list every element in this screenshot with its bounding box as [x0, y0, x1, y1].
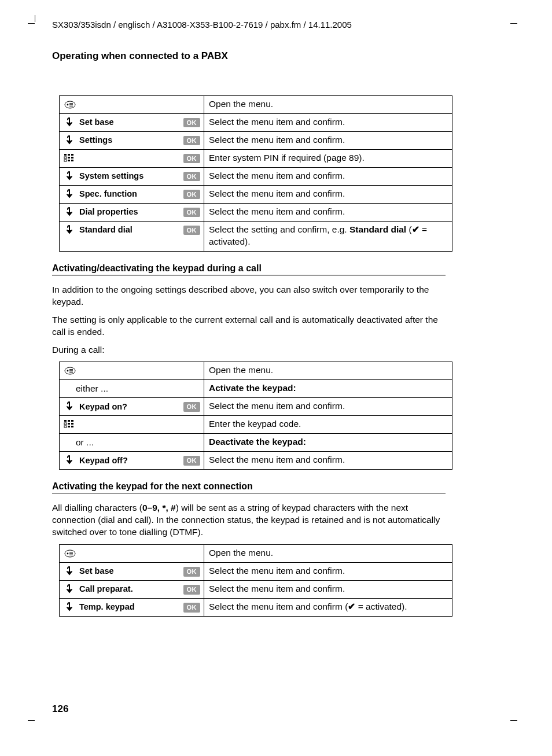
procedure-table-2: Open the menu.either ...Activate the key… [59, 362, 452, 470]
paragraph: During a call: [52, 344, 446, 356]
down-arrow-icon [65, 171, 73, 182]
step-action-cell: Spec. functionOK [60, 186, 204, 204]
down-arrow-icon [65, 225, 73, 236]
svg-rect-20 [68, 420, 70, 422]
table-row: Keypad on?OKSelect the menu item and con… [60, 398, 452, 416]
page-number: 126 [52, 703, 517, 715]
subsection-title-1: Activating/deactivating the keypad durin… [52, 263, 517, 274]
svg-rect-7 [71, 154, 73, 156]
table-row: OKEnter system PIN if required (page 89)… [60, 150, 452, 168]
step-description-cell: Open the menu. [204, 362, 452, 380]
step-action-cell: Keypad off?OK [60, 452, 204, 470]
ok-badge: OK [183, 456, 201, 466]
procedure-table-1: Open the menu.Set baseOKSelect the menu … [59, 95, 452, 252]
step-label: Set base [79, 117, 180, 128]
svg-rect-17 [69, 371, 73, 371]
svg-rect-13 [71, 160, 73, 161]
step-description-cell: Select the menu item and confirm. [204, 168, 452, 186]
step-label: Keypad off? [79, 455, 180, 467]
step-label: System settings [79, 171, 180, 182]
down-arrow-icon [65, 602, 73, 613]
menu-icon [64, 101, 75, 109]
svg-rect-25 [64, 426, 67, 427]
ok-badge: OK [183, 190, 201, 200]
step-description-cell: Select the menu item and confirm. [204, 132, 452, 150]
step-action-cell: Keypad on?OK [60, 398, 204, 416]
table-row: Keypad off?OKSelect the menu item and co… [60, 452, 452, 470]
svg-rect-2 [69, 103, 73, 104]
ok-badge: OK [183, 136, 201, 146]
ok-badge: OK [183, 567, 201, 577]
step-description-cell: Open the menu. [204, 96, 452, 114]
svg-rect-4 [69, 106, 73, 106]
svg-rect-11 [64, 160, 67, 161]
step-action-cell [60, 416, 204, 434]
svg-rect-31 [69, 554, 73, 554]
down-arrow-icon [65, 207, 73, 218]
svg-rect-9 [68, 157, 70, 158]
step-label: Dial properties [79, 206, 180, 218]
table-row: Temp. keypadOKSelect the menu item and c… [60, 599, 452, 617]
step-description-cell: Activate the keypad: [204, 380, 452, 398]
svg-rect-6 [68, 154, 70, 156]
ok-badge: OK [183, 118, 201, 128]
ok-badge: OK [183, 208, 201, 217]
table-row: System settingsOKSelect the menu item an… [60, 168, 452, 186]
table-row: either ...Activate the keypad: [60, 380, 452, 398]
step-label: Standard dial [79, 224, 180, 236]
menu-icon [64, 367, 75, 375]
ok-badge: OK [183, 226, 201, 235]
ok-badge: OK [183, 154, 201, 164]
keypad-icon [64, 153, 75, 164]
svg-rect-30 [69, 552, 73, 552]
svg-rect-26 [68, 426, 70, 427]
step-action-cell [60, 96, 204, 114]
step-description-cell: Select the menu item and confirm. [204, 581, 452, 599]
paragraph: All dialling characters (0–9, *, #) will… [52, 502, 446, 539]
subsection-title-2: Activating the keypad for the next conne… [52, 481, 517, 492]
step-label: Settings [79, 135, 180, 146]
step-description-cell: Select the menu item and confirm. [204, 186, 452, 204]
svg-rect-27 [71, 426, 73, 427]
table-row: Set baseOKSelect the menu item and confi… [60, 114, 452, 132]
table-row: Spec. functionOKSelect the menu item and… [60, 186, 452, 204]
step-action-cell [60, 545, 204, 563]
step-label: Spec. function [79, 189, 180, 200]
ok-badge: OK [183, 603, 201, 613]
down-arrow-icon [65, 117, 73, 128]
down-arrow-icon [65, 455, 73, 466]
svg-rect-18 [69, 372, 73, 373]
step-action-cell: Standard dialOK [60, 222, 204, 252]
section-title: Operating when connected to a PABX [52, 50, 517, 62]
step-label: Call preparat. [79, 584, 180, 595]
svg-point-15 [67, 370, 69, 372]
table-row: Enter the keypad code. [60, 416, 452, 434]
svg-rect-19 [64, 420, 67, 422]
svg-rect-22 [64, 423, 67, 425]
step-description-cell: Open the menu. [204, 545, 452, 563]
step-description-cell: Select the menu item and confirm. [204, 563, 452, 581]
svg-rect-3 [69, 104, 73, 105]
step-action-cell: Temp. keypadOK [60, 599, 204, 617]
step-description-cell: Select the menu item and confirm. [204, 452, 452, 470]
table-row: Set baseOKSelect the menu item and confi… [60, 563, 452, 581]
down-arrow-icon [65, 401, 73, 412]
step-description-cell: Select the menu item and confirm (✔ = ac… [204, 599, 452, 617]
svg-rect-8 [64, 157, 67, 158]
svg-rect-16 [69, 369, 73, 370]
step-action-cell: Dial propertiesOK [60, 204, 204, 222]
divider [52, 275, 446, 276]
step-action-cell [60, 362, 204, 380]
table-row: or ...Deactivate the keypad: [60, 434, 452, 452]
divider [52, 493, 446, 494]
svg-rect-23 [68, 423, 70, 425]
step-description-cell: Enter the keypad code. [204, 416, 452, 434]
step-label: Keypad on? [79, 401, 180, 413]
svg-rect-5 [64, 154, 67, 156]
step-description-cell: Select the setting and confirm, e.g. Sta… [204, 222, 452, 252]
svg-rect-12 [68, 160, 70, 161]
procedure-table-3: Open the menu.Set baseOKSelect the menu … [59, 544, 452, 617]
step-action-cell: System settingsOK [60, 168, 204, 186]
svg-rect-32 [69, 555, 73, 555]
ok-badge: OK [183, 402, 201, 412]
